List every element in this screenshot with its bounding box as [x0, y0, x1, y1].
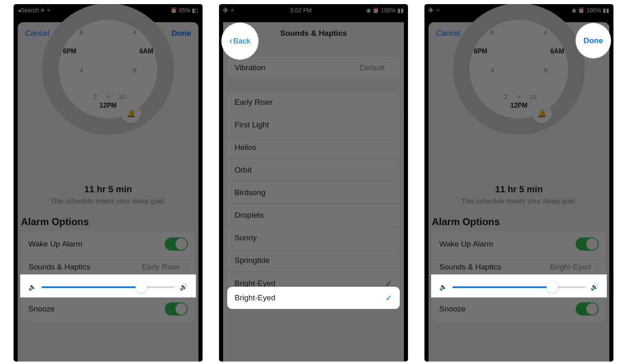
page-title: Sounds & Haptics [280, 29, 347, 38]
sun-icon: ☀ [516, 94, 522, 100]
dial-hour: 6AM [139, 48, 153, 55]
status-bar: ✈ ᯤ 5:02 PM ◉ ⏰ 100% ▮▮ [219, 4, 408, 16]
volume-slider[interactable] [452, 286, 586, 288]
volume-slider[interactable] [41, 286, 175, 288]
done-button-highlight[interactable]: Done [583, 36, 603, 45]
wake-up-alarm-row: Wake Up Alarm [21, 232, 195, 256]
sounds-haptics-value: Bright-Eyed [550, 263, 591, 271]
chevron-right-icon: › [390, 64, 392, 72]
sound-item[interactable]: Sunny [227, 227, 400, 249]
dial-hour: 6PM [474, 48, 487, 55]
wake-up-alarm-label: Wake Up Alarm [439, 240, 493, 249]
snooze-label: Snooze [28, 304, 55, 313]
status-right: ◉ ⏰ 100% ▮▮ [572, 7, 609, 14]
snooze-toggle[interactable] [165, 302, 188, 316]
sound-item-label: First Light [235, 120, 269, 129]
screenshot-3: ✈ ᯤ 5:02 PM ◉ ⏰ 100% ▮▮ Cancel Done 8 4 … [424, 4, 613, 362]
back-button-highlight[interactable]: ‹ Back [229, 36, 251, 46]
dial-hour: 12PM [510, 102, 528, 109]
wake-up-alarm-label: Wake Up Alarm [28, 240, 82, 249]
dial-hour: 8 [491, 29, 494, 36]
dial-hour: 2 [504, 93, 507, 100]
sound-item[interactable]: Orbit [227, 159, 400, 182]
sound-item-label: Orbit [235, 166, 251, 175]
vibration-label: Vibration [235, 63, 265, 72]
dial-hour: 8 [544, 67, 547, 74]
done-button[interactable]: Done [172, 29, 191, 38]
sound-item-label: Droplets [235, 211, 264, 220]
sounds-haptics-row[interactable]: Sounds & Haptics Bright-Eyed › [432, 256, 606, 277]
sleep-duration: 11 hr 5 min [18, 184, 198, 195]
chevron-right-icon: › [185, 263, 188, 271]
status-right: ⏰ 95% ▮▯ [170, 7, 198, 14]
edit-schedule-sheet: Cancel Done 8 4 6PM 6AM 4 8 2 10 ☀ 12PM [18, 22, 198, 362]
wake-up-alarm-toggle[interactable] [576, 237, 599, 251]
cancel-button[interactable]: Cancel [436, 29, 460, 38]
sound-item[interactable]: First Light [227, 114, 400, 136]
snooze-row: Snooze [21, 297, 195, 321]
checkmark-icon: ✓ [385, 293, 392, 303]
volume-high-icon: 🔊 [180, 283, 188, 291]
vibration-row[interactable]: Vibration Default › [227, 57, 400, 79]
sun-icon: ☀ [106, 94, 111, 100]
sound-item-label: Sunny [235, 233, 257, 242]
sound-item-label[interactable]: Bright-Eyed [235, 293, 275, 302]
snooze-toggle[interactable] [576, 302, 599, 316]
sound-item-label: Early Riser [235, 98, 273, 107]
dial-hour: 8 [80, 29, 83, 36]
sleep-dial[interactable]: 8 4 6PM 6AM 4 8 2 10 ☀ 12PM 🔔 [434, 44, 604, 159]
sleep-duration: 11 hr 5 min [429, 184, 609, 195]
dial-hour: 4 [133, 29, 136, 36]
status-left: ◂Search ✈ ᯤ [18, 7, 53, 14]
sound-item[interactable]: Springtide [227, 249, 400, 272]
vibration-value: Default [360, 63, 385, 72]
chevron-right-icon: › [596, 263, 599, 271]
dial-hour: 6PM [63, 48, 76, 55]
chevron-left-icon: ‹ [229, 36, 232, 46]
sound-item-label: Springtide [235, 256, 270, 265]
sound-item[interactable]: Helios [227, 136, 400, 159]
alarm-options-header: Alarm Options [21, 216, 195, 228]
sounds-haptics-value: Early Riser [142, 263, 180, 271]
wake-up-alarm-row: Wake Up Alarm [432, 232, 606, 256]
dial-hour: 12PM [99, 102, 117, 109]
wake-handle[interactable]: 🔔 [532, 104, 552, 123]
status-time: 5:02 PM [290, 7, 312, 14]
cancel-button[interactable]: Cancel [25, 29, 49, 38]
sound-item[interactable]: Birdsong [227, 182, 400, 204]
volume-low-icon: 🔈 [439, 283, 447, 291]
status-left: ✈ ᯤ [429, 7, 442, 14]
dial-hour: 2 [93, 93, 97, 100]
dial-hour: 8 [133, 67, 136, 74]
sleep-goal-status: This schedule meets your sleep goal. [18, 197, 198, 205]
bell-icon: 🔔 [127, 109, 136, 118]
sleep-goal-status: This schedule meets your sleep goal. [429, 197, 609, 205]
sound-item-label: Birdsong [235, 188, 265, 197]
dial-hour: 4 [544, 29, 547, 36]
sound-item[interactable]: Droplets [227, 204, 400, 227]
dial-hour: 6AM [550, 48, 564, 55]
sounds-haptics-sheet: ‹ Back Sounds & Haptics Vibration Defaul… [223, 22, 404, 362]
sleep-dial[interactable]: 8 4 6PM 6AM 4 8 2 10 ☀ 12PM 🔔 [23, 44, 193, 159]
screenshot-2: ✈ ᯤ 5:02 PM ◉ ⏰ 100% ▮▮ ‹ Back Sounds & … [219, 4, 408, 362]
status-left: ✈ ᯤ [223, 7, 236, 14]
sound-item-label: Helios [235, 143, 256, 152]
dial-hour: 4 [491, 67, 494, 74]
volume-row: 🔈 🔊 [21, 277, 195, 297]
wake-handle[interactable]: 🔔 [121, 104, 141, 123]
volume-high-icon: 🔊 [590, 283, 599, 291]
edit-schedule-sheet: Cancel Done 8 4 6PM 6AM 4 8 2 10 ☀ 12PM [429, 22, 609, 362]
sounds-haptics-row[interactable]: Sounds & Haptics Early Riser › [21, 256, 195, 277]
sound-item[interactable]: Early Riser [227, 91, 400, 114]
volume-low-icon: 🔈 [28, 283, 37, 291]
snooze-label: Snooze [439, 304, 466, 313]
wake-up-alarm-toggle[interactable] [165, 237, 188, 251]
snooze-row: Snooze [432, 297, 606, 321]
bell-icon: 🔔 [537, 109, 546, 118]
volume-row: 🔈 🔊 [432, 277, 606, 297]
sounds-haptics-label: Sounds & Haptics [28, 263, 90, 272]
dial-hour: 4 [80, 67, 83, 74]
sounds-haptics-label: Sounds & Haptics [439, 263, 501, 272]
dial-hour: 10 [529, 93, 536, 100]
status-right: ◉ ⏰ 100% ▮▮ [366, 7, 404, 14]
